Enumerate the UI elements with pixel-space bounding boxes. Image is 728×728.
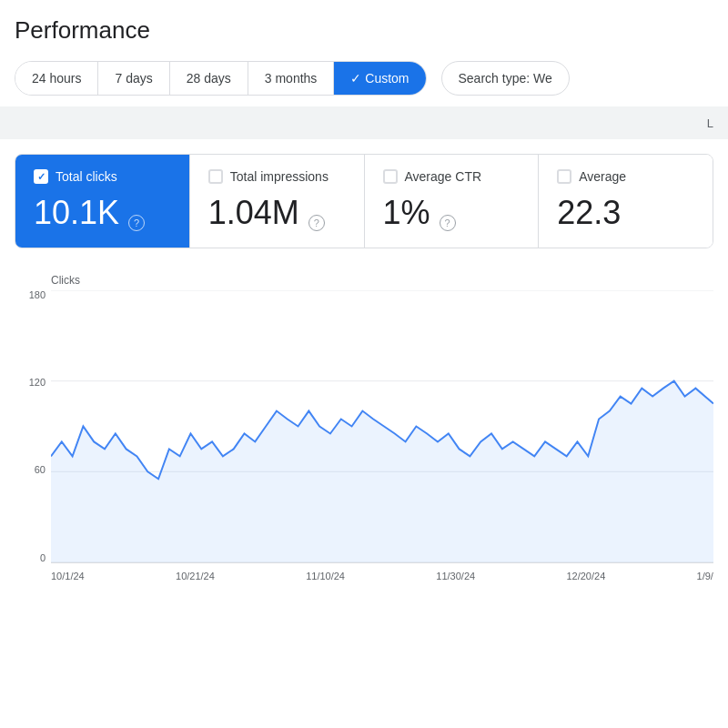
- metric-impressions-header: Total impressions: [208, 169, 346, 184]
- x-label-1: 10/1/24: [51, 571, 85, 581]
- x-label-2: 10/21/24: [176, 571, 215, 581]
- metric-position-checkbox[interactable]: [557, 169, 571, 184]
- y-label-180: 180: [29, 290, 46, 300]
- metric-position-value-row: 22.3: [557, 191, 694, 231]
- y-axis: 180 120 60 0: [15, 290, 51, 563]
- metric-clicks-help-icon[interactable]: ?: [128, 215, 145, 231]
- chart-container: 180 120 60 0: [15, 290, 713, 600]
- metric-clicks-value: 10.1K: [34, 195, 119, 231]
- y-label-0: 0: [40, 553, 46, 563]
- metrics-row: ✓ Total clicks 10.1K ? Total impressions…: [15, 154, 713, 248]
- metric-impressions-value: 1.04M: [208, 195, 299, 231]
- metric-clicks-value-row: 10.1K ?: [34, 191, 171, 231]
- metric-position-header: Average: [557, 169, 694, 184]
- page-title: Performance: [15, 16, 713, 45]
- filter-7d[interactable]: 7 days: [98, 62, 169, 95]
- time-filter-group: 24 hours 7 days 28 days 3 months ✓ Custo…: [15, 61, 427, 96]
- filter-24h[interactable]: 24 hours: [15, 62, 98, 95]
- line-chart-svg: [51, 290, 713, 562]
- metric-position-value: 22.3: [557, 195, 621, 231]
- chart-plot: [51, 290, 713, 563]
- y-label-120: 120: [29, 378, 46, 388]
- chart-y-label: Clicks: [51, 274, 713, 287]
- date-range-text: L: [707, 116, 713, 130]
- metric-ctr-value-row: 1% ?: [383, 191, 521, 231]
- chart-area: Clicks 180 120 60 0: [15, 267, 713, 600]
- metric-clicks-header: ✓ Total clicks: [34, 169, 171, 184]
- metric-clicks-label: Total clicks: [56, 169, 117, 184]
- metric-clicks[interactable]: ✓ Total clicks 10.1K ?: [15, 155, 190, 248]
- metric-ctr-header: Average CTR: [383, 169, 521, 184]
- metric-impressions-value-row: 1.04M ?: [208, 191, 346, 231]
- metric-ctr-help-icon[interactable]: ?: [440, 215, 456, 231]
- date-range-bar: L: [0, 106, 728, 139]
- filter-custom[interactable]: ✓ Custom: [334, 62, 425, 95]
- metric-impressions-checkbox[interactable]: [208, 169, 223, 184]
- metric-position-label: Average: [579, 169, 626, 184]
- metric-ctr-checkbox[interactable]: [383, 169, 398, 184]
- metric-ctr-value: 1%: [383, 195, 430, 231]
- metric-impressions[interactable]: Total impressions 1.04M ?: [190, 155, 365, 248]
- x-label-5: 12/20/24: [566, 571, 605, 581]
- metric-ctr[interactable]: Average CTR 1% ?: [365, 155, 540, 248]
- metric-position[interactable]: Average 22.3: [539, 155, 713, 248]
- search-type-button[interactable]: Search type: We: [441, 61, 570, 96]
- y-label-60: 60: [35, 465, 46, 475]
- x-label-4: 11/30/24: [436, 571, 475, 581]
- filter-bar: 24 hours 7 days 28 days 3 months ✓ Custo…: [15, 61, 713, 96]
- x-label-6: 1/9/: [697, 571, 713, 581]
- filter-3months[interactable]: 3 months: [248, 62, 335, 95]
- x-axis: 10/1/24 10/21/24 11/10/24 11/30/24 12/20…: [51, 563, 713, 600]
- search-type-label: Search type: We: [459, 71, 552, 86]
- filter-28d[interactable]: 28 days: [170, 62, 248, 95]
- metric-impressions-help-icon[interactable]: ?: [308, 215, 325, 231]
- metric-clicks-checkbox[interactable]: ✓: [34, 169, 48, 184]
- x-label-3: 11/10/24: [306, 571, 345, 581]
- metric-ctr-label: Average CTR: [405, 169, 482, 184]
- metric-impressions-label: Total impressions: [230, 169, 329, 184]
- checkmark-icon: ✓: [37, 171, 46, 183]
